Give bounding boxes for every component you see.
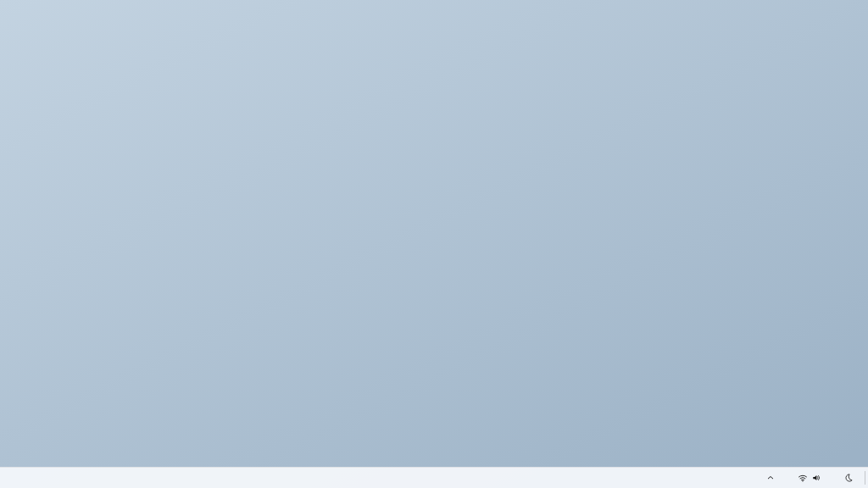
- show-desktop-button[interactable]: [865, 471, 868, 485]
- desktop[interactable]: [0, 0, 868, 488]
- focus-assist-moon-icon[interactable]: [841, 471, 856, 485]
- wifi-icon: [798, 473, 808, 483]
- taskbar: [0, 467, 868, 488]
- system-tray: [763, 468, 856, 488]
- volume-icon: [811, 473, 821, 483]
- tray-overflow-chevron-icon[interactable]: [763, 471, 778, 485]
- language-indicator[interactable]: [784, 476, 789, 480]
- network-volume-group[interactable]: [795, 471, 824, 485]
- clock[interactable]: [830, 476, 835, 480]
- wallpaper-image: [0, 0, 868, 488]
